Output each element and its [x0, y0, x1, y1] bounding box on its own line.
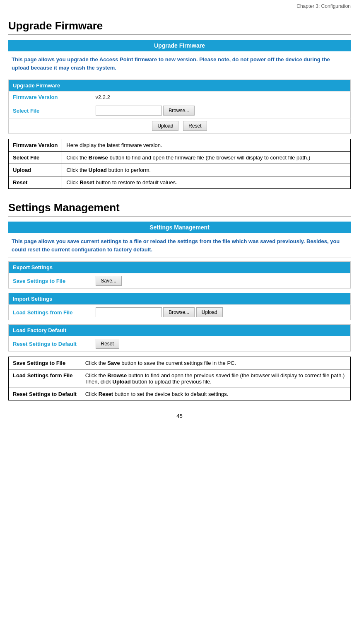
select-file-row: Select File Browse...: [9, 103, 351, 118]
firmware-desc-table: Firmware VersionHere display the latest …: [8, 139, 351, 189]
divider-2: [8, 258, 351, 258]
settings-management-section: Settings Management Settings Management …: [8, 201, 351, 400]
upload-button[interactable]: Upload: [152, 121, 178, 131]
firmware-version-value: v2.2.2: [92, 92, 351, 103]
reset-button[interactable]: Reset: [183, 121, 207, 131]
settings-desc-value: Click the Save button to save the curren…: [81, 357, 350, 369]
load-browse-button[interactable]: Browse...: [163, 307, 195, 317]
settings-desc-value: Click Reset button to set the device bac…: [81, 388, 350, 400]
select-file-cell: Browse...: [92, 103, 351, 118]
import-settings-bar: Import Settings: [9, 293, 351, 305]
settings-desc-key: Save Settings to File: [9, 357, 81, 369]
chapter-header: Chapter 3: Configuration: [0, 0, 359, 11]
settings-management-bar: Settings Management: [8, 222, 351, 233]
load-from-file-row: Load Settings from File Browse... Upload: [9, 305, 351, 320]
reset-settings-row: Reset Settings to Default Reset: [9, 336, 351, 352]
save-button[interactable]: Save...: [96, 276, 122, 286]
firmware-desc-value: Click Reset button to restore to default…: [62, 176, 351, 189]
firmware-version-row: Firmware Version v2.2.2: [9, 92, 351, 103]
firmware-desc-key: Select File: [9, 152, 62, 164]
firmware-desc-value: Here display the latest firmware version…: [62, 139, 351, 152]
settings-desc-row: Save Settings to FileClick the Save butt…: [9, 357, 351, 369]
load-upload-button[interactable]: Upload: [196, 307, 223, 317]
page-number: 45: [8, 413, 351, 419]
factory-default-bar: Load Factory Default: [9, 325, 351, 336]
firmware-desc-value: Click the Upload button to perform.: [62, 164, 351, 176]
upgrade-firmware-title: Upgrade Firmware: [8, 19, 351, 35]
factory-reset-button[interactable]: Reset: [96, 339, 119, 349]
spacer-2: [8, 320, 351, 324]
reset-settings-label: Reset Settings to Default: [9, 336, 92, 352]
firmware-desc-row: UploadClick the Upload button to perform…: [9, 164, 351, 176]
reset-settings-cell: Reset: [92, 336, 351, 352]
export-settings-form: Export Settings Save Settings to File Sa…: [8, 261, 351, 289]
upload-reset-cell: Upload Reset: [9, 118, 351, 134]
firmware-desc-key: Reset: [9, 176, 62, 189]
firmware-desc-value: Click the Browse button to find and open…: [62, 152, 351, 164]
settings-desc-key: Reset Settings to Default: [9, 388, 81, 400]
firmware-desc-row: ResetClick Reset button to restore to de…: [9, 176, 351, 189]
firmware-desc-key: Firmware Version: [9, 139, 62, 152]
save-to-file-label: Save Settings to File: [9, 273, 92, 289]
settings-desc-value: Click the Browse button to find and open…: [81, 369, 350, 388]
export-settings-bar: Export Settings: [9, 262, 351, 273]
settings-desc-key: Load Settings form File: [9, 369, 81, 388]
upgrade-firmware-form: Upgrade Firmware Firmware Version v2.2.2…: [8, 80, 351, 134]
firmware-version-label: Firmware Version: [9, 92, 92, 103]
settings-desc-row: Reset Settings to DefaultClick Reset but…: [9, 388, 351, 400]
browse-button[interactable]: Browse...: [163, 106, 195, 116]
upgrade-firmware-info: This page allows you upgrade the Access …: [12, 55, 347, 72]
settings-management-info: This page allows you save current settin…: [12, 237, 347, 253]
select-file-input[interactable]: [96, 106, 162, 116]
save-to-file-cell: Save...: [92, 273, 351, 289]
settings-management-title: Settings Management: [8, 201, 351, 217]
upgrade-firmware-subbar: Upgrade Firmware: [9, 80, 351, 92]
settings-desc-table: Save Settings to FileClick the Save butt…: [8, 357, 351, 400]
save-to-file-row: Save Settings to File Save...: [9, 273, 351, 289]
firmware-desc-row: Firmware VersionHere display the latest …: [9, 139, 351, 152]
spacer-1: [8, 289, 351, 293]
load-from-file-cell: Browse... Upload: [92, 305, 351, 320]
upgrade-firmware-bar: Upgrade Firmware: [8, 40, 351, 51]
import-settings-form: Import Settings Load Settings from File …: [8, 293, 351, 320]
firmware-desc-key: Upload: [9, 164, 62, 176]
upload-reset-row: Upload Reset: [9, 118, 351, 134]
factory-default-form: Load Factory Default Reset Settings to D…: [8, 324, 351, 352]
firmware-desc-row: Select FileClick the Browse button to fi…: [9, 152, 351, 164]
settings-desc-row: Load Settings form FileClick the Browse …: [9, 369, 351, 388]
load-from-file-label: Load Settings from File: [9, 305, 92, 320]
divider-1: [8, 76, 351, 76]
select-file-label: Select File: [9, 103, 92, 118]
load-file-input[interactable]: [96, 307, 162, 317]
